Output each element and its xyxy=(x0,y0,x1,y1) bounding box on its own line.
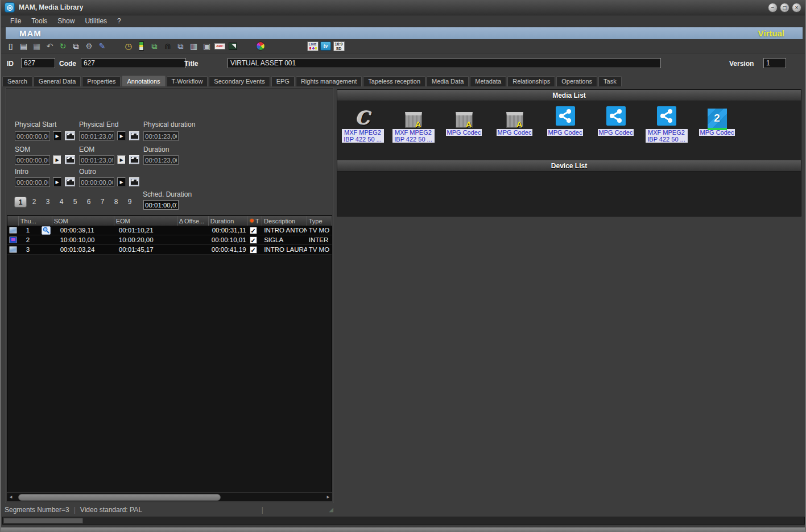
segment-button-2[interactable]: 2 xyxy=(28,197,40,207)
binoculars-icon[interactable]: ⋒ xyxy=(161,40,174,52)
minimize-button[interactable]: − xyxy=(768,3,778,13)
device-manager-icon[interactable]: ▣ xyxy=(200,40,213,52)
tab-search[interactable]: Search xyxy=(2,76,32,86)
column-header-type[interactable]: Type xyxy=(307,216,332,226)
eom-play-button[interactable]: ▶ xyxy=(117,155,126,164)
menu-item-[interactable]: ? xyxy=(113,16,126,26)
checkbox-checked[interactable]: ✓ xyxy=(250,246,257,253)
som-film-button[interactable] xyxy=(65,155,75,164)
refresh-icon[interactable]: ↻ xyxy=(56,40,69,52)
media-item-3[interactable]: AMPG Codec xyxy=(439,104,489,136)
intro-play-button[interactable]: ▶ xyxy=(53,177,61,186)
physical-duration-field[interactable] xyxy=(143,131,179,141)
tab-rights-management[interactable]: Rights management xyxy=(296,76,362,86)
maximize-button[interactable]: □ xyxy=(780,3,790,13)
color-wheel-icon[interactable] xyxy=(254,40,267,52)
sched-duration-field[interactable] xyxy=(143,200,179,210)
media-item-8[interactable]: 2MPG Codec xyxy=(692,104,742,136)
edit-asset-icon[interactable]: ▤ xyxy=(17,40,30,52)
close-button[interactable]: × xyxy=(792,3,801,13)
segment-button-8[interactable]: 8 xyxy=(110,197,122,207)
outro-play-button[interactable]: ▶ xyxy=(117,177,126,186)
tab-general-data[interactable]: General Data xyxy=(34,76,81,86)
column-header-description[interactable]: Description xyxy=(262,216,307,226)
column-header-duration[interactable]: Duration xyxy=(209,216,248,226)
traffic-light-icon[interactable] xyxy=(135,40,148,52)
save-icon[interactable]: ▦ xyxy=(30,40,43,52)
menu-item-file[interactable]: File xyxy=(6,16,26,26)
menu-item-tools[interactable]: Tools xyxy=(27,16,52,26)
media-item-6[interactable]: MPG Codec xyxy=(590,104,641,136)
physical-end-field[interactable] xyxy=(79,131,114,141)
tab-tapeless-reception[interactable]: Tapeless reception xyxy=(363,76,425,86)
som-play-button[interactable]: ▶ xyxy=(53,155,61,164)
tab-secondary-events[interactable]: Secondary Events xyxy=(209,76,270,86)
physical-end-film-button[interactable] xyxy=(129,131,139,140)
table-row-segment-2[interactable]: 210:00:10,0010:00:20,0000:00:10,01✓SIGLA… xyxy=(7,235,332,245)
tab-annotations[interactable]: Annotations xyxy=(122,76,165,86)
segment-button-5[interactable]: 5 xyxy=(69,197,81,207)
physical-start-field[interactable] xyxy=(15,131,50,141)
scroll-thumb[interactable] xyxy=(18,494,221,501)
edit-tools-icon[interactable]: ✎ xyxy=(96,40,109,52)
tab-media-data[interactable]: Media Data xyxy=(427,76,469,86)
checkbox-checked[interactable]: ✓ xyxy=(250,227,257,234)
column-header-t[interactable]: ✸T xyxy=(247,216,262,226)
version-field[interactable] xyxy=(763,58,786,68)
new-asset-icon[interactable]: ▯ xyxy=(4,40,17,52)
menu-item-utilities[interactable]: Utilities xyxy=(80,16,111,26)
scroll-track[interactable] xyxy=(15,493,324,501)
tab-epg[interactable]: EPG xyxy=(271,76,295,86)
checkbox-checked[interactable]: ✓ xyxy=(250,236,257,244)
column-header-thumb[interactable] xyxy=(7,216,19,226)
media-item-2[interactable]: AMXF MPEG2 IBP 422 50 ... xyxy=(388,104,439,143)
outro-field[interactable] xyxy=(79,177,114,187)
window-scroll-thumb[interactable] xyxy=(3,518,83,523)
physical-start-play-button[interactable]: ▶ xyxy=(53,131,61,140)
tab-t-workflow[interactable]: T-Workflow xyxy=(167,76,208,86)
media-item-1[interactable]: CMXF MPEG2 IBP 422 50 ... xyxy=(337,104,388,143)
magnifier-icon[interactable] xyxy=(42,226,51,235)
settings-gears-icon[interactable]: ⚙ xyxy=(82,40,96,52)
media-gallery-icon[interactable]: ⧉ xyxy=(148,40,161,52)
code-field[interactable] xyxy=(81,58,186,68)
eom-field[interactable] xyxy=(79,155,114,165)
media-item-7[interactable]: MXF MPEG2 IBP 422 50 ... xyxy=(641,104,692,143)
media-item-5[interactable]: MPG Codec xyxy=(540,104,590,136)
segment-button-7[interactable]: 7 xyxy=(96,197,109,207)
window-hscrollbar[interactable] xyxy=(2,517,805,525)
title-field[interactable] xyxy=(228,58,661,68)
preview-document-icon[interactable]: ▥ xyxy=(187,40,200,52)
segment-button-9[interactable]: 9 xyxy=(123,197,136,207)
column-header-thu[interactable]: Thu... xyxy=(19,216,52,226)
cascade-windows-icon[interactable]: ⧉ xyxy=(174,40,187,52)
outro-film-button[interactable] xyxy=(129,177,139,186)
intro-field[interactable] xyxy=(15,177,50,187)
eom-film-button[interactable] xyxy=(129,155,139,164)
segments-hscrollbar[interactable]: ◄ ► xyxy=(7,492,332,501)
tv-icon[interactable]: tv xyxy=(319,40,332,52)
column-header-eom[interactable]: EOM xyxy=(114,216,177,226)
media-item-4[interactable]: AMPG Codec xyxy=(489,104,540,136)
archive-package-icon[interactable] xyxy=(226,40,239,52)
tab-relationships[interactable]: Relationships xyxy=(507,76,555,86)
scroll-right-icon[interactable]: ► xyxy=(324,494,332,500)
menu-item-show[interactable]: Show xyxy=(53,16,79,26)
tab-metadata[interactable]: Metadata xyxy=(470,76,506,86)
column-header-som[interactable]: SOM xyxy=(52,216,114,226)
duration-field[interactable] xyxy=(143,155,179,165)
scroll-left-icon[interactable]: ◄ xyxy=(7,494,15,500)
tab-properties[interactable]: Properties xyxy=(82,76,121,86)
table-row-segment-3[interactable]: 300:01:03,2400:01:45,1700:00:41,19✓INTRO… xyxy=(7,245,332,255)
aspect-16-9-sd-icon[interactable]: 16:9SD xyxy=(332,40,345,52)
physical-start-film-button[interactable] xyxy=(65,131,75,140)
copy-icon[interactable]: ⧉ xyxy=(69,40,82,52)
physical-end-play-button[interactable]: ▶ xyxy=(117,131,126,140)
segment-button-4[interactable]: 4 xyxy=(55,197,68,207)
column-header-offse[interactable]: ΔOffse... xyxy=(177,216,209,226)
segment-button-1[interactable]: 1 xyxy=(14,197,27,207)
tab-operations[interactable]: Operations xyxy=(556,76,597,86)
segment-button-3[interactable]: 3 xyxy=(42,197,54,207)
scheduler-icon[interactable]: ◷ xyxy=(122,40,135,52)
segment-button-6[interactable]: 6 xyxy=(82,197,95,207)
